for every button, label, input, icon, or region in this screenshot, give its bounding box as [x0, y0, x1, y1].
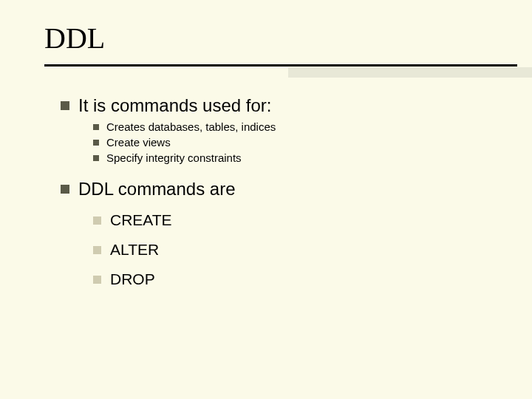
- square-bullet-icon: [61, 101, 69, 110]
- bullet-level2: Create views: [93, 136, 532, 149]
- title-underline-shadow: [288, 67, 532, 78]
- bullet-text: It is commands used for:: [78, 95, 271, 116]
- bullet-text: DDL commands are: [78, 179, 236, 200]
- square-bullet-icon: [93, 246, 101, 254]
- bullet-text: Creates databases, tables, indices: [106, 120, 276, 133]
- slide-body: It is commands used for: Creates databas…: [0, 78, 532, 288]
- slide: DDL It is commands used for: Creates dat…: [0, 0, 532, 399]
- square-bullet-icon: [93, 216, 101, 225]
- bullet-text: Create views: [106, 136, 171, 149]
- bullet-level2: Creates databases, tables, indices: [93, 120, 532, 133]
- bullet-text: ALTER: [110, 241, 159, 259]
- bullet-level2: DROP: [93, 270, 532, 288]
- bullet-text: DROP: [110, 270, 155, 288]
- square-bullet-icon: [93, 124, 99, 130]
- square-bullet-icon: [61, 185, 69, 194]
- square-bullet-icon: [93, 140, 99, 146]
- bullet-text: CREATE: [110, 211, 172, 229]
- bullet-level1: It is commands used for:: [61, 95, 532, 116]
- bullet-level1: DDL commands are: [61, 179, 532, 200]
- bullet-level2: ALTER: [93, 241, 532, 259]
- slide-title: DDL: [44, 21, 532, 55]
- title-underline: [44, 64, 517, 66]
- bullet-level2: Specify integrity constraints: [93, 151, 532, 164]
- bullet-level2: CREATE: [93, 211, 532, 229]
- bullet-text: Specify integrity constraints: [106, 151, 242, 164]
- title-area: DDL: [0, 0, 532, 78]
- square-bullet-icon: [93, 276, 101, 284]
- square-bullet-icon: [93, 155, 99, 161]
